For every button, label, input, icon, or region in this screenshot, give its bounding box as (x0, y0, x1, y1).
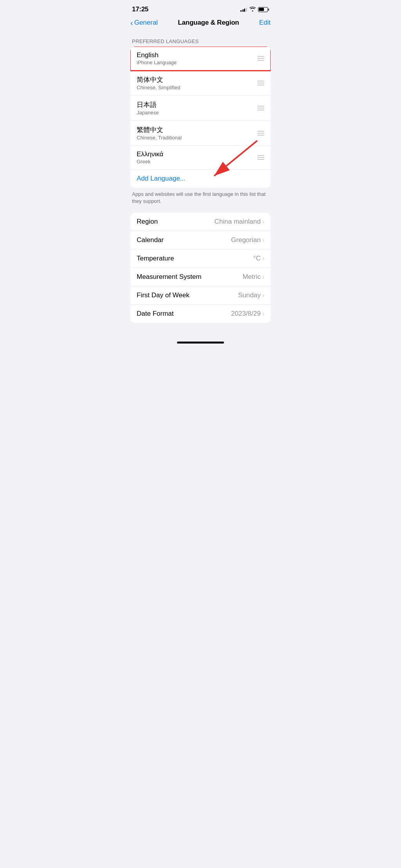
settings-label-calendar: Calendar (137, 236, 164, 244)
chevron-right-icon-2: › (262, 237, 264, 244)
languages-list: English iPhone Language 简体中文 Chinese, Si… (130, 47, 271, 188)
chevron-right-icon-4: › (262, 273, 264, 280)
language-name-japanese: 日本語 (137, 100, 159, 109)
language-name-greek: Ελληνικά (137, 150, 163, 158)
language-name-chinese-simplified: 简体中文 (137, 75, 180, 84)
wifi-icon (249, 6, 256, 13)
settings-item-calendar[interactable]: Calendar Gregorian › (130, 231, 271, 250)
status-bar: 17:25 (124, 0, 277, 16)
chevron-left-icon: ‹ (130, 19, 133, 27)
languages-note: Apps and websites will use the first lan… (124, 188, 277, 213)
back-label: General (134, 19, 158, 27)
language-item-chinese-traditional[interactable]: 繁體中文 Chinese, Traditional (130, 121, 271, 146)
settings-item-temperature[interactable]: Temperature °C › (130, 250, 271, 268)
language-subtitle-english: iPhone Language (137, 60, 177, 65)
settings-item-region[interactable]: Region China mainland › (130, 213, 271, 231)
drag-handle-greek[interactable] (257, 155, 264, 160)
language-subtitle-japanese: Japanese (137, 110, 159, 116)
chevron-right-icon-3: › (262, 255, 264, 262)
status-time: 17:25 (132, 5, 148, 13)
chevron-right-icon-5: › (262, 292, 264, 299)
settings-list: Region China mainland › Calendar Gregori… (130, 213, 271, 323)
language-item-greek[interactable]: Ελληνικά Greek (130, 146, 271, 170)
settings-item-date-format[interactable]: Date Format 2023/8/29 › (130, 305, 271, 323)
language-subtitle-chinese-traditional: Chinese, Traditional (137, 135, 182, 141)
drag-handle-english[interactable] (257, 56, 264, 61)
page-title: Language & Region (178, 19, 239, 27)
settings-label-measurement: Measurement System (137, 273, 201, 281)
chevron-right-icon-6: › (262, 310, 264, 317)
edit-button[interactable]: Edit (259, 19, 271, 27)
drag-handle-japanese[interactable] (257, 106, 264, 110)
language-name-english: English (137, 51, 177, 59)
add-language-item[interactable]: Add Language... (130, 170, 271, 188)
language-subtitle-greek: Greek (137, 159, 163, 165)
language-name-chinese-traditional: 繁體中文 (137, 125, 182, 134)
settings-value-temperature: °C › (253, 255, 264, 262)
settings-value-first-day: Sunday › (238, 291, 264, 299)
drag-handle-chinese-traditional[interactable] (257, 131, 264, 136)
settings-label-first-day: First Day of Week (137, 291, 190, 299)
settings-label-region: Region (137, 218, 158, 226)
language-item-japanese[interactable]: 日本語 Japanese (130, 96, 271, 121)
language-subtitle-chinese-simplified: Chinese, Simplified (137, 85, 180, 90)
settings-label-date-format: Date Format (137, 310, 173, 318)
status-icons (240, 6, 269, 13)
settings-value-calendar: Gregorian › (231, 236, 264, 244)
signal-icon (240, 7, 247, 12)
home-indicator (124, 335, 277, 347)
settings-item-first-day[interactable]: First Day of Week Sunday › (130, 286, 271, 305)
nav-bar: ‹ General Language & Region Edit (124, 16, 277, 31)
drag-handle-chinese-simplified[interactable] (257, 81, 264, 85)
settings-item-measurement[interactable]: Measurement System Metric › (130, 268, 271, 286)
settings-value-measurement: Metric › (242, 273, 264, 281)
language-item-chinese-simplified[interactable]: 简体中文 Chinese, Simplified (130, 71, 271, 96)
home-bar (177, 342, 224, 344)
settings-label-temperature: Temperature (137, 255, 174, 262)
preferred-languages-header: PREFERRED LANGUAGES (124, 31, 277, 47)
add-language-button[interactable]: Add Language... (137, 175, 186, 182)
settings-value-region: China mainland › (215, 218, 264, 226)
battery-icon (258, 7, 269, 12)
language-item-english[interactable]: English iPhone Language (130, 47, 271, 71)
settings-value-date-format: 2023/8/29 › (231, 310, 264, 318)
back-button[interactable]: ‹ General (130, 19, 158, 27)
chevron-right-icon: › (262, 218, 264, 225)
